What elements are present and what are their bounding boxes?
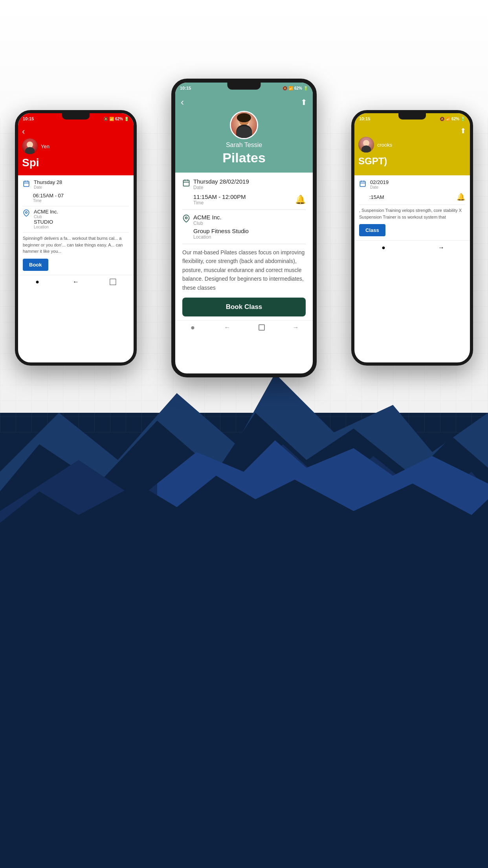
center-location-label: Location	[193, 234, 249, 240]
center-nav-forward[interactable]: →	[293, 324, 299, 331]
left-time-row: 06:15AM - 07 Time	[23, 193, 129, 203]
center-date-row: Thursday 28/02/2019 Date	[182, 178, 306, 190]
left-location-row: ACME Inc. Club STUDIO Location	[23, 209, 129, 229]
right-instructor-avatar	[358, 137, 374, 153]
center-location-row: ACME Inc. Club Group Fitness Studio Loca…	[182, 214, 306, 240]
center-club-label: Club	[193, 221, 249, 226]
center-date-value: Thursday 28/02/2019	[193, 178, 249, 185]
center-nav-dot[interactable]: ⬤	[189, 324, 196, 331]
center-back-button[interactable]: ‹	[181, 97, 184, 108]
left-nav-dot[interactable]: ●	[34, 278, 41, 285]
center-class-name: Pilates	[222, 150, 266, 166]
center-signal: 62%	[294, 86, 302, 90]
svg-rect-5	[24, 181, 29, 187]
right-class-name: SGPT)	[358, 156, 466, 167]
left-description: Spinning® delivers a fa... workout that …	[23, 235, 129, 255]
right-date-value: 02/2019	[370, 179, 389, 185]
left-nav-recents[interactable]: ⃞	[111, 278, 118, 285]
left-instructor-avatar	[22, 138, 38, 154]
center-club: ACME Inc.	[193, 214, 249, 221]
left-time-value: 06:15AM - 07	[33, 193, 64, 199]
right-time-value: :15AM	[369, 194, 384, 200]
right-android-nav: ● →	[354, 240, 470, 254]
right-date-label: Date	[370, 185, 389, 189]
center-time: 10:15	[180, 86, 191, 90]
svg-rect-10	[360, 181, 365, 187]
center-time-row: 11:15AM - 12:00PM Time 🔔	[182, 193, 306, 206]
right-nav-dot[interactable]: ●	[380, 244, 387, 251]
left-club: ACME Inc.	[34, 209, 58, 215]
center-instructor-name: Sarah Tessie	[226, 142, 262, 149]
right-notify-icon[interactable]: 🔔	[457, 193, 465, 201]
left-back-button[interactable]: ‹	[22, 127, 25, 136]
center-nav-recents[interactable]	[259, 324, 265, 331]
center-book-button[interactable]: Book Class	[182, 298, 306, 316]
right-time-row: :15AM 🔔	[359, 193, 465, 201]
right-nav-back[interactable]: →	[438, 244, 444, 251]
left-club-label: Club	[34, 215, 58, 219]
phone-right: 10:15 🔕📶 62% 🔋 ⬆ crooks SGPT)	[351, 110, 473, 366]
left-location-label: Location	[34, 225, 58, 229]
left-book-button[interactable]: Book	[23, 259, 48, 271]
right-description: , Suspension Training velops strength, c…	[359, 207, 465, 220]
left-date-label: Date	[34, 185, 62, 189]
svg-point-9	[26, 211, 28, 213]
center-description: Our mat-based Pilates classes focus on i…	[182, 248, 306, 292]
center-location: Group Fitness Studio	[193, 228, 249, 234]
left-class-name: Spi	[22, 156, 39, 169]
right-instructor-name: crooks	[377, 142, 392, 148]
center-date-label: Date	[193, 185, 249, 190]
left-location: STUDIO	[34, 219, 58, 225]
left-signal: 62%	[115, 117, 123, 121]
right-time: 10:15	[359, 116, 370, 121]
right-signal: 62%	[451, 117, 459, 121]
center-android-nav: ⬤ ← →	[175, 320, 313, 335]
left-instructor-name: Yen	[41, 143, 50, 149]
right-date-row: 02/2019 Date	[359, 179, 465, 189]
phone-left: 10:15 🔕📶 62% 🔋 ‹ Yen Spi	[15, 110, 137, 366]
center-instructor-avatar	[230, 111, 258, 139]
left-time-label: Time	[33, 199, 64, 203]
center-nav-back[interactable]: ←	[224, 324, 231, 331]
svg-rect-14	[183, 180, 189, 186]
right-book-button[interactable]: Class	[359, 224, 385, 236]
center-notify-icon[interactable]: 🔔	[295, 195, 306, 205]
center-time-label: Time	[193, 200, 246, 206]
svg-point-18	[185, 217, 187, 219]
right-share-button[interactable]: ⬆	[460, 127, 466, 135]
left-date-row: Thursday 28 Date	[23, 179, 129, 189]
center-time-value: 11:15AM - 12:00PM	[193, 193, 246, 200]
center-share-button[interactable]: ⬆	[301, 97, 307, 107]
left-nav-back[interactable]: ←	[72, 278, 79, 285]
phone-center: 10:15 🔕📶 62% 🔋 ‹ ⬆ Sarah Tessie Pila	[171, 79, 317, 377]
left-date-value: Thursday 28	[34, 179, 62, 185]
left-android-nav: ● ← ⃞	[18, 275, 134, 289]
left-time: 10:15	[23, 116, 34, 121]
